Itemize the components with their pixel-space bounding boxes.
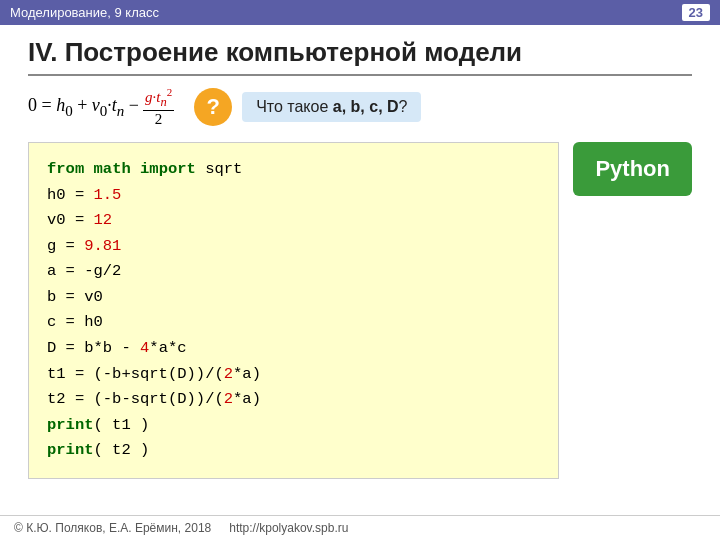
copyright: © К.Ю. Поляков, Е.А. Ерёмин, 2018 <box>14 521 211 535</box>
course-label: Моделирование, 9 класс <box>10 5 159 20</box>
top-bar: Моделирование, 9 класс 23 <box>0 0 720 25</box>
python-button[interactable]: Python <box>573 142 692 196</box>
code-line: from math import sqrt <box>47 157 540 183</box>
formula-row: 0 = h0 + v0·tn − g·tn2 2 ? Что такое a, … <box>28 86 692 128</box>
code-line: h0 = 1.5 <box>47 183 540 209</box>
question-icon: ? <box>194 88 232 126</box>
main-content: IV. Построение компьютерной модели 0 = h… <box>0 25 720 489</box>
code-line: b = v0 <box>47 285 540 311</box>
slide-number: 23 <box>682 4 710 21</box>
code-line: a = -g/2 <box>47 259 540 285</box>
footer-url: http://kpolyakov.spb.ru <box>229 521 348 535</box>
page-title: IV. Построение компьютерной модели <box>28 37 692 76</box>
formula: 0 = h0 + v0·tn − g·tn2 2 <box>28 86 176 128</box>
code-line: c = h0 <box>47 310 540 336</box>
content-row: from math import sqrth0 = 1.5v0 = 12g = … <box>28 142 692 479</box>
code-line: D = b*b - 4*a*c <box>47 336 540 362</box>
footer: © К.Ю. Поляков, Е.А. Ерёмин, 2018 http:/… <box>0 515 720 540</box>
question-text: Что такое a, b, c, D? <box>242 92 421 122</box>
code-line: v0 = 12 <box>47 208 540 234</box>
code-line: t2 = (-b-sqrt(D))/(2*a) <box>47 387 540 413</box>
code-line: print( t2 ) <box>47 438 540 464</box>
question-area: ? Что такое a, b, c, D? <box>194 88 421 126</box>
code-line: t1 = (-b+sqrt(D))/(2*a) <box>47 362 540 388</box>
code-line: g = 9.81 <box>47 234 540 260</box>
code-block: from math import sqrth0 = 1.5v0 = 12g = … <box>28 142 559 479</box>
code-line: print( t1 ) <box>47 413 540 439</box>
